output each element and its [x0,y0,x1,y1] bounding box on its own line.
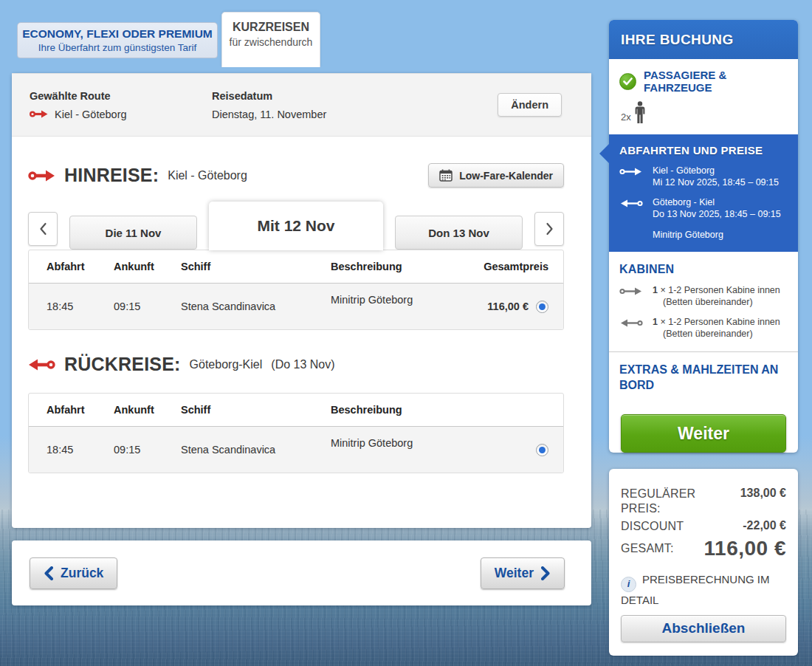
step-complete-check-icon [619,73,636,90]
return-date-note: (Do 13 Nov) [271,358,334,371]
column-ankunft: Ankunft [114,261,181,272]
low-fare-calendar-button[interactable]: Low-Fare-Kalender [428,163,564,188]
passengers-section[interactable]: PASSAGIERE & FAHRZEUGE 2x [609,59,798,134]
summary-return-item: Göteborg - Kiel Do 13 Nov 2025, 18:45 – … [619,196,788,220]
booking-summary-title: IHRE BUCHUNG [621,32,734,48]
tab-economy-flexi-premium[interactable]: ECONOMY, FLEXI ODER PREMIUM Ihre Überfah… [17,22,218,58]
cabin-detail: (Betten übereinander) [653,328,780,340]
return-arrow-icon [619,318,643,328]
booking-summary-sidebar: IHRE BUCHUNG PASSAGIERE & FAHRZEUGE 2x A… [609,20,798,656]
chevron-right-icon [546,222,554,236]
extras-section-title: EXTRAS & MAHLZEITEN AN BORD [619,363,778,391]
day-tab-die-11-nov[interactable]: Die 11 Nov [69,216,197,250]
outbound-sailing-row[interactable]: 18:45 09:15 Stena Scandinavica Minitrip … [29,284,563,329]
cabins-section[interactable]: KABINEN 1 × 1-2 Personen Kabine innen (B… [609,252,798,351]
outbound-total-price: 116,00 € [487,301,529,312]
booking-summary-card: IHRE BUCHUNG PASSAGIERE & FAHRZEUGE 2x A… [609,20,798,453]
cabins-section-title: KABINEN [619,263,788,276]
return-title: RÜCKREISE: [64,354,181,375]
back-button-label: Zurück [61,566,103,581]
day-tabs-next-button[interactable] [534,212,564,246]
return-sailing-row[interactable]: 18:45 09:15 Stena Scandinavica Minitrip … [29,427,563,473]
departures-section-title: ABFAHRTEN UND PREISE [619,144,788,157]
calendar-icon [439,169,453,182]
price-detail-link[interactable]: iPREISBERECHNUNG IM DETAIL [621,571,786,608]
info-icon: i [621,577,636,592]
outbound-ship-name: Stena Scandinavica [181,301,331,312]
outbound-table-header: Abfahrt Ankunft Schiff Beschreibung Gesa… [29,250,563,284]
total-price-row: GESAMT: 116,00 € [621,537,786,560]
outbound-arrow-icon [619,167,643,176]
return-sailing-radio-selected[interactable] [536,444,548,456]
route-label: Gewählte Route [30,90,212,102]
selected-route-block: Gewählte Route Kiel - Göteborg [30,90,212,120]
low-fare-calendar-label: Low-Fare-Kalender [459,170,553,182]
chevron-left-icon [39,222,47,236]
route-value: Kiel - Göteborg [55,109,127,120]
day-tabs-prev-button[interactable] [28,212,58,246]
travel-date-block: Reisedatum Dienstag, 11. November [212,90,498,120]
sidebar-continue-button[interactable]: Weiter [621,414,786,453]
cabin-return-item: 1 × 1-2 Personen Kabine innen (Betten üb… [619,316,788,340]
column-ankunft: Ankunft [114,404,181,416]
return-ship-name: Stena Scandinavica [181,444,331,456]
selected-route-bar: Gewählte Route Kiel - Göteborg Reisedatu… [12,73,591,137]
tariff-tabs: ECONOMY, FLEXI ODER PREMIUM Ihre Überfah… [12,12,591,58]
outbound-departure-time: 18:45 [47,301,114,312]
regular-price-row: REGULÄRER PREIS: 138,00 € [621,487,786,516]
total-label: GESAMT: [621,541,674,556]
outbound-arrival-time: 09:15 [114,301,181,312]
cabin-quantity: 1 [653,285,658,295]
finish-button[interactable]: Abschließen [621,615,786,642]
travel-date-label: Reisedatum [212,90,498,102]
back-button[interactable]: Zurück [30,557,117,589]
return-arrow-icon [619,199,643,208]
chevron-left-icon [44,566,53,580]
travel-date-value: Dienstag, 11. November [212,109,326,120]
discount-row: DISCOUNT -22,00 € [621,519,786,534]
outbound-route: Kiel - Göteborg [168,169,247,182]
cabin-detail: (Betten übereinander) [653,296,780,308]
wizard-navigation-card: Zurück Weiter [12,540,591,605]
price-summary-card: REGULÄRER PREIS: 138,00 € DISCOUNT -22,0… [609,469,798,656]
tab-kurzreisen-active[interactable]: KURZREISEN für zwischendurch [221,12,320,67]
discount-label: DISCOUNT [621,519,684,534]
cabin-outbound-item: 1 × 1-2 Personen Kabine innen (Betten üb… [619,284,788,308]
cabin-multiplier: × [660,317,665,327]
summary-return-datetime: Do 13 Nov 2025, 18:45 – 09:15 [653,208,781,220]
summary-outbound-route: Kiel - Göteborg [653,165,779,176]
chevron-right-icon [541,566,551,580]
next-button[interactable]: Weiter [481,557,565,589]
summary-outbound-item: Kiel - Göteborg Mi 12 Nov 2025, 18:45 – … [619,165,788,188]
outbound-title: HINREISE: [64,165,159,186]
tab-economy-subtitle: Ihre Überfahrt zum günstigsten Tarif [18,42,217,53]
departures-and-prices-section[interactable]: ABFAHRTEN UND PREISE Kiel - Göteborg Mi … [609,134,798,252]
column-gesamtpreis: Gesamtpreis [424,261,548,272]
outbound-sailing-radio-selected[interactable] [536,301,548,313]
day-tab-don-13-nov[interactable]: Don 13 Nov [395,216,523,250]
day-tab-mit-12-nov-selected[interactable]: Mit 12 Nov [209,202,383,250]
extras-section[interactable]: EXTRAS & MAHLZEITEN AN BORD [609,352,798,402]
passenger-count: 2x [621,111,631,124]
summary-outbound-datetime: Mi 12 Nov 2025, 18:45 – 09:15 [653,176,779,188]
return-arrival-time: 09:15 [114,444,181,456]
return-table-header: Abfahrt Ankunft Schiff Beschreibung [29,394,563,427]
cabin-name: 1-2 Personen Kabine innen [668,317,780,327]
passengers-section-title: PASSAGIERE & FAHRZEUGE [644,69,788,94]
passenger-person-icon [634,101,646,124]
column-schiff: Schiff [181,404,331,416]
return-route: Göteborg-Kiel [190,358,263,371]
discount-value: -22,00 € [743,519,786,532]
journey-selection-card: Gewählte Route Kiel - Göteborg Reisedatu… [12,73,591,528]
booking-summary-header: IHRE BUCHUNG [609,20,798,59]
column-beschreibung: Beschreibung [331,404,504,416]
tab-kurzreisen-subtitle: für zwischendurch [222,36,320,48]
next-button-label: Weiter [495,566,534,581]
outbound-arrow-icon [619,286,643,296]
cabin-quantity: 1 [653,317,658,327]
regular-price-label: REGULÄRER PREIS: [621,487,709,516]
change-route-button[interactable]: Ändern [498,93,562,117]
outbound-arrow-icon [28,168,55,183]
outbound-description: Minitrip Göteborg [331,284,424,306]
departure-day-tabs: Die 11 Nov Mit 12 Nov Don 13 Nov [28,201,564,250]
